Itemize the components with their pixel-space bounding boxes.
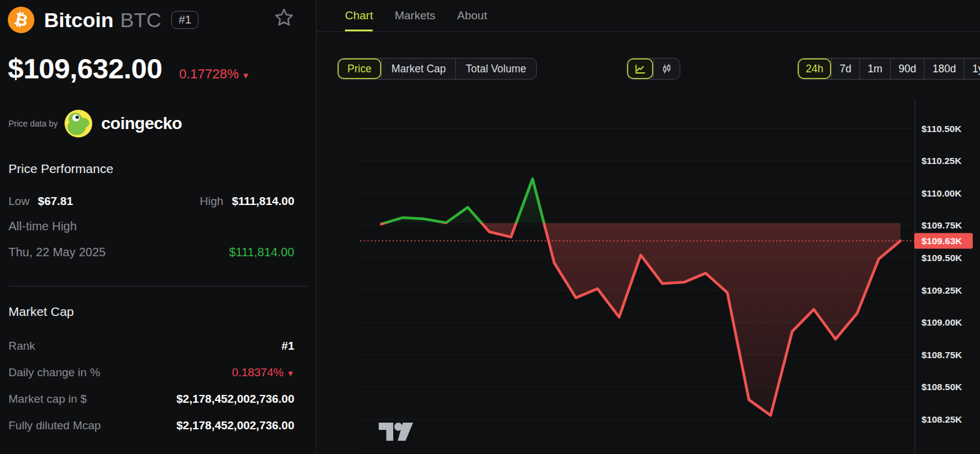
range-button-90d[interactable]: 90d: [890, 58, 924, 79]
low-label: Low: [8, 195, 30, 208]
price-change-percent: 0.17728%: [179, 66, 239, 82]
y-axis-label: $110.50K: [922, 124, 962, 134]
low-high-row: Low $67.81 High $111,814.00: [8, 195, 294, 208]
range-button-7d[interactable]: 7d: [831, 58, 859, 79]
chart-type-toggle-group: [627, 58, 680, 80]
mcap-row-label: Rank: [8, 339, 35, 353]
y-axis-label: $108.25K: [922, 414, 963, 424]
tv-logo-bar: [379, 423, 393, 441]
ath-row: Thu, 22 May 2025 $111,814.00: [8, 245, 294, 259]
section-divider: [8, 286, 308, 286]
y-axis-label: $110.25K: [922, 156, 962, 166]
candlestick-icon[interactable]: [653, 58, 680, 79]
high-value: $111,814.00: [232, 195, 294, 208]
tradingview-logo-icon[interactable]: [379, 423, 413, 441]
coin-symbol: BTC: [120, 8, 161, 32]
attribution-brand: coingecko: [101, 114, 182, 133]
attribution-prefix: Price data by: [8, 119, 58, 128]
metric-toggle-group: PriceMarket CapTotal Volume: [337, 58, 537, 80]
ath-label: All-time High: [8, 219, 77, 233]
mcap-row-value: $2,178,452,002,736.00: [177, 419, 294, 432]
y-axis-label: $109.25K: [922, 285, 963, 295]
metric-button-market-cap[interactable]: Market Cap: [381, 58, 455, 79]
chart-toolbar: PriceMarket CapTotal Volume 24h7d1m90d18…: [317, 58, 980, 80]
rank-badge: #1: [171, 11, 198, 29]
high-label: High: [200, 195, 223, 208]
down-arrow-icon: ▼: [286, 369, 294, 378]
time-range-group: 24h7d1m90d180d1y: [797, 58, 980, 80]
data-attribution: Price data by coingecko: [8, 107, 182, 140]
line-chart-icon[interactable]: [627, 58, 653, 79]
coin-name: Bitcoin: [44, 8, 113, 32]
y-axis-label: $109.50K: [922, 253, 963, 263]
metric-button-price[interactable]: Price: [338, 58, 381, 79]
coin-header: ₿ Bitcoin BTC #1: [8, 5, 304, 34]
coin-summary-panel: ₿ Bitcoin BTC #1 $109,632.00 0.17728% ▼ …: [0, 0, 317, 454]
coingecko-logo-icon: [64, 109, 93, 138]
price-performance-title: Price Performance: [8, 162, 113, 176]
ath-date: Thu, 22 May 2025: [8, 245, 106, 259]
market-cap-title: Market Cap: [8, 304, 74, 319]
mcap-row-value: 0.18374%: [232, 366, 284, 379]
favorite-star-icon[interactable]: [273, 7, 295, 28]
down-arrow-icon: ▼: [242, 71, 250, 80]
metric-button-total-volume[interactable]: Total Volume: [455, 58, 536, 79]
mcap-row-value: #1: [282, 339, 294, 353]
mcap-row-value: $2,178,452,002,736.00: [177, 393, 294, 406]
y-axis-label: $108.50K: [922, 382, 963, 392]
y-axis-label: $110.00K: [922, 188, 962, 198]
current-price: $109,632.00: [8, 52, 162, 85]
ath-value: $111,814.00: [229, 245, 294, 259]
range-button-24h[interactable]: 24h: [798, 58, 831, 79]
y-axis-label: $108.75K: [922, 350, 963, 360]
current-price-badge-label: $109.63K: [922, 236, 963, 246]
mcap-row-label: Market cap in $: [8, 393, 87, 406]
low-value: $67.81: [38, 195, 73, 208]
y-axis-label: $109.75K: [922, 220, 963, 230]
market-cap-rows: Rank#1Daily change in %0.18374%▼Market c…: [8, 339, 294, 432]
y-axis-label: $109.00K: [922, 317, 963, 327]
range-button-1m[interactable]: 1m: [859, 58, 890, 79]
mcap-row-label: Daily change in %: [8, 366, 100, 379]
range-button-1y[interactable]: 1y: [964, 58, 980, 79]
price-row: $109,632.00 0.17728% ▼: [8, 52, 250, 85]
range-button-180d[interactable]: 180d: [924, 58, 964, 79]
mcap-row: Daily change in %0.18374%▼: [8, 366, 294, 379]
bitcoin-logo-icon: ₿: [8, 7, 34, 33]
mcap-row: Market cap in $$2,178,452,002,736.00: [8, 393, 294, 406]
mcap-row-label: Fully diluted Mcap: [8, 419, 101, 432]
chart-panel: ChartMarketsAbout $110.50K$110.25K$110.0…: [317, 0, 980, 454]
mcap-row: Fully diluted Mcap$2,178,452,002,736.00: [8, 419, 294, 432]
mcap-row: Rank#1: [8, 339, 294, 353]
